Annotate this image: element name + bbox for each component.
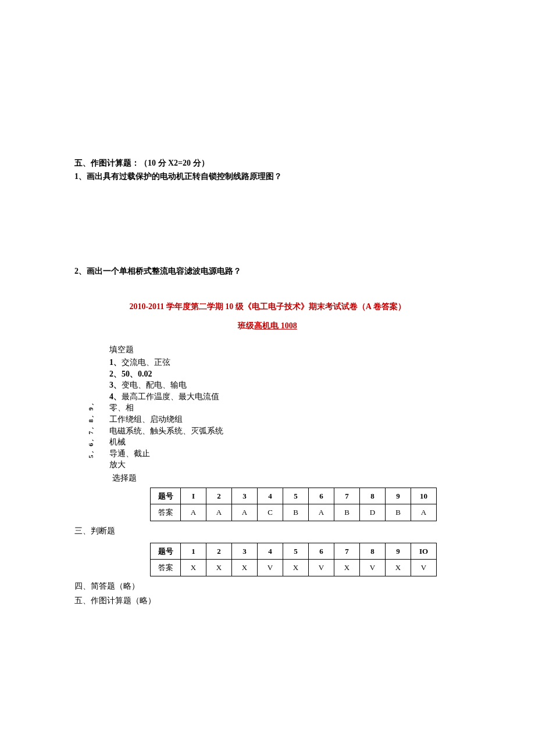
table-row: 题号 1 2 3 4 5 6 7 8 9 IO bbox=[151, 543, 437, 560]
ans-cell: X bbox=[206, 560, 232, 576]
ans-cell: A bbox=[232, 504, 258, 521]
table-row: 答案 X X X V X V X V X V bbox=[151, 560, 437, 576]
fill-item: 电磁系统、触头系统、灭弧系统 bbox=[109, 425, 461, 437]
fill-content: 机械 bbox=[109, 436, 461, 448]
judge-answer-table: 题号 1 2 3 4 5 6 7 8 9 IO 答案 X X X V X V X… bbox=[150, 543, 437, 576]
ans-cell: B bbox=[334, 504, 360, 521]
ans-cell: C bbox=[258, 504, 283, 521]
row-label: 题号 bbox=[151, 488, 181, 504]
fill-item: 导通、截止 bbox=[109, 448, 461, 460]
col-num: 4 bbox=[258, 488, 283, 504]
fill-item: 放大 bbox=[109, 459, 461, 471]
fill-item: 工作绕组、启动绕组 bbox=[109, 414, 461, 425]
fill-num: 3、 bbox=[109, 379, 122, 391]
col-num: 7 bbox=[334, 488, 360, 504]
section-5-title: 五、作图计算题：（10 分 X2=20 分） bbox=[74, 157, 461, 169]
judge-header: 三、判断题 bbox=[74, 525, 461, 537]
ans-cell: V bbox=[258, 560, 283, 576]
fill-wrapper: 5、6、7、8、9、 1、 交流电、正弦 2、 50、0.02 3、 变电、配电… bbox=[109, 357, 461, 471]
ans-cell: V bbox=[360, 560, 386, 576]
fill-content: 零、相 bbox=[109, 402, 461, 414]
fill-content: 电磁系统、触头系统、灭弧系统 bbox=[109, 425, 461, 437]
section-5-note: 五、作图计算题（略） bbox=[74, 594, 461, 607]
ans-cell: V bbox=[411, 560, 437, 576]
fill-blank-section: 填空题 5、6、7、8、9、 1、 交流电、正弦 2、 50、0.02 3、 变… bbox=[109, 343, 461, 471]
spacer bbox=[74, 184, 461, 265]
choice-answer-table: 题号 I 2 3 4 5 6 7 8 9 10 答案 A A A C B A B… bbox=[150, 488, 437, 521]
col-num: 2 bbox=[206, 543, 232, 560]
col-num: 9 bbox=[386, 543, 411, 560]
fill-content: 放大 bbox=[109, 459, 461, 471]
ans-cell: A bbox=[309, 504, 334, 521]
ans-cell: A bbox=[411, 504, 437, 521]
col-num: 2 bbox=[206, 488, 232, 504]
subtitle-class: 高机电 1008 bbox=[254, 321, 297, 330]
fill-item: 零、相 bbox=[109, 402, 461, 414]
col-num: 5 bbox=[283, 488, 309, 504]
ans-cell: D bbox=[360, 504, 386, 521]
subtitle-prefix: 班级 bbox=[238, 321, 254, 330]
col-num: 8 bbox=[360, 543, 386, 560]
fill-content: 变电、配电、输电 bbox=[122, 379, 461, 391]
col-num: 5 bbox=[283, 543, 309, 560]
ans-label: 答案 bbox=[151, 504, 181, 521]
ans-cell: A bbox=[206, 504, 232, 521]
fill-item: 4、 最高工作温度、最大电流值 bbox=[109, 391, 461, 403]
fill-content: 导通、截止 bbox=[109, 448, 461, 460]
fill-content: 50、0.02 bbox=[122, 368, 461, 380]
row-label: 题号 bbox=[151, 543, 181, 560]
col-num: 3 bbox=[232, 543, 258, 560]
ans-label: 答案 bbox=[151, 560, 181, 576]
col-num: IO bbox=[411, 543, 437, 560]
ans-cell: X bbox=[181, 560, 206, 576]
fill-num: 4、 bbox=[109, 391, 122, 403]
fill-content: 最高工作温度、最大电流值 bbox=[122, 391, 461, 403]
choice-header: 选择题 bbox=[112, 472, 461, 484]
answer-key-title: 2010-2011 学年度第二学期 10 级《电工电子技术》期末考试试卷（A 卷… bbox=[74, 300, 461, 313]
fill-item: 机械 bbox=[109, 436, 461, 448]
col-num: I bbox=[181, 488, 206, 504]
fill-header: 填空题 bbox=[109, 343, 461, 356]
fill-sidebar-nums: 5、6、7、8、9、 bbox=[86, 399, 96, 458]
col-num: 1 bbox=[181, 543, 206, 560]
ans-cell: B bbox=[283, 504, 309, 521]
ans-cell: X bbox=[232, 560, 258, 576]
fill-item: 1、 交流电、正弦 bbox=[109, 357, 461, 368]
answer-subtitle: 班级高机电 1008 bbox=[74, 320, 461, 332]
fill-content: 交流电、正弦 bbox=[122, 357, 461, 368]
section-4-note: 四、简答题（略） bbox=[74, 580, 461, 592]
fill-item: 3、 变电、配电、输电 bbox=[109, 379, 461, 391]
col-num: 10 bbox=[411, 488, 437, 504]
col-num: 9 bbox=[386, 488, 411, 504]
ans-cell: X bbox=[283, 560, 309, 576]
table-row: 题号 I 2 3 4 5 6 7 8 9 10 bbox=[151, 488, 437, 504]
fill-list: 1、 交流电、正弦 2、 50、0.02 3、 变电、配电、输电 4、 最高工作… bbox=[109, 357, 461, 471]
col-num: 6 bbox=[309, 543, 334, 560]
question-5-2: 2、画出一个单相桥式整流电容滤波电源电路？ bbox=[74, 265, 461, 277]
col-num: 6 bbox=[309, 488, 334, 504]
ans-cell: V bbox=[309, 560, 334, 576]
col-num: 4 bbox=[258, 543, 283, 560]
ans-cell: A bbox=[181, 504, 206, 521]
col-num: 3 bbox=[232, 488, 258, 504]
ans-cell: X bbox=[386, 560, 411, 576]
table-row: 答案 A A A C B A B D B A bbox=[151, 504, 437, 521]
ans-cell: B bbox=[386, 504, 411, 521]
question-5-1: 1、画出具有过载保护的电动机正转自锁控制线路原理图？ bbox=[74, 170, 461, 182]
fill-content: 工作绕组、启动绕组 bbox=[109, 414, 461, 425]
col-num: 8 bbox=[360, 488, 386, 504]
col-num: 7 bbox=[334, 543, 360, 560]
fill-num: 1、 bbox=[109, 357, 122, 368]
ans-cell: X bbox=[334, 560, 360, 576]
fill-item: 2、 50、0.02 bbox=[109, 368, 461, 380]
fill-num: 2、 bbox=[109, 368, 122, 380]
